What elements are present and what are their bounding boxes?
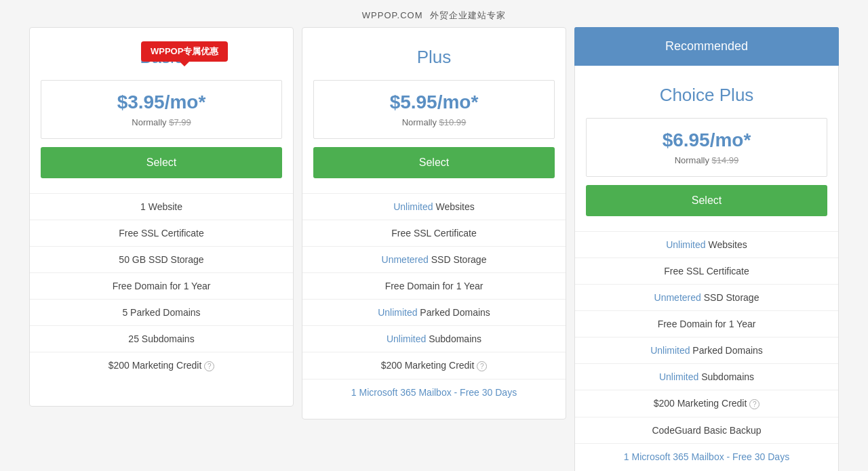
price-normal-plus: Normally $10.99 <box>321 117 547 127</box>
feature-item: Free Domain for 1 Year <box>30 272 293 299</box>
feature-item: Unmetered SSD Storage <box>575 284 838 310</box>
plan-col-basic: WPPOP专属优惠Basic $3.95/mo* Normally $7.99 … <box>29 27 294 407</box>
price-box-basic: $3.95/mo* Normally $7.99 <box>41 80 282 139</box>
feature-item: Unlimited Subdomains <box>575 363 838 390</box>
plan-col-choice-plus: RecommendedChoice Plus $6.95/mo* Normall… <box>574 27 839 471</box>
feature-item: 25 Subdomains <box>30 325 293 352</box>
feature-item: 1 Website <box>30 193 293 220</box>
feature-item: $200 Marketing Credit? <box>302 352 566 379</box>
feature-item: 1 Microsoft 365 Mailbox - Free 30 Days <box>302 379 566 405</box>
plan-title-area-choice-plus: Choice Plus <box>575 66 838 112</box>
price-main-basic: $3.95/mo* <box>48 91 275 113</box>
feature-item: Free Domain for 1 Year <box>302 272 566 299</box>
feature-item: Free Domain for 1 Year <box>575 310 838 337</box>
feature-item: Unlimited Parked Domains <box>302 299 566 325</box>
brand-slogan: 外贸企业建站专家 <box>430 10 506 20</box>
recommended-banner: Recommended <box>574 27 839 66</box>
feature-list-plus: Unlimited WebsitesFree SSL CertificateUn… <box>302 186 566 419</box>
plan-title-plus: Plus <box>309 47 559 68</box>
select-button-plus[interactable]: Select <box>313 147 555 178</box>
feature-item: Unlimited Subdomains <box>302 325 566 352</box>
feature-item: Free SSL Certificate <box>302 220 566 246</box>
top-bar: WPPOP.COM 外贸企业建站专家 <box>0 0 868 27</box>
price-main-choice-plus: $6.95/mo* <box>593 129 820 151</box>
brand-name: WPPOP.COM <box>362 10 423 20</box>
price-box-choice-plus: $6.95/mo* Normally $14.99 <box>586 118 827 177</box>
help-icon-plus-6[interactable]: ? <box>477 361 487 371</box>
price-main-plus: $5.95/mo* <box>321 91 547 113</box>
feature-item: Unlimited Websites <box>302 193 566 220</box>
help-icon-basic-6[interactable]: ? <box>204 361 214 371</box>
feature-item: $200 Marketing Credit? <box>575 390 838 417</box>
feature-list-choice-plus: Unlimited WebsitesFree SSL CertificateUn… <box>575 224 838 471</box>
select-button-basic[interactable]: Select <box>41 147 282 178</box>
price-box-plus: $5.95/mo* Normally $10.99 <box>313 80 555 139</box>
feature-item: 1 Microsoft 365 Mailbox - Free 30 Days <box>575 443 838 470</box>
plan-col-plus: Plus $5.95/mo* Normally $10.99 SelectUnl… <box>302 27 566 419</box>
feature-item: Unmetered SSD Storage <box>302 246 566 272</box>
feature-item: Unlimited Parked Domains <box>575 337 838 363</box>
feature-item: $200 Marketing Credit? <box>30 352 293 379</box>
plan-title-area-plus: Plus <box>302 28 566 75</box>
wppop-badge: WPPOP专属优惠 <box>141 41 228 62</box>
feature-item: 50 GB SSD Storage <box>30 246 293 272</box>
select-button-choice-plus[interactable]: Select <box>586 185 827 216</box>
plans-container: WPPOP专属优惠Basic $3.95/mo* Normally $7.99 … <box>0 27 868 471</box>
price-normal-choice-plus: Normally $14.99 <box>593 155 820 165</box>
feature-list-basic: 1 WebsiteFree SSL Certificate50 GB SSD S… <box>30 186 293 392</box>
feature-item: CodeGuard Basic Backup <box>575 417 838 443</box>
feature-item: 5 Parked Domains <box>30 299 293 325</box>
price-normal-basic: Normally $7.99 <box>48 117 275 127</box>
plan-title-choice-plus: Choice Plus <box>582 85 831 106</box>
feature-item: Unlimited Websites <box>575 231 838 258</box>
feature-item: Free SSL Certificate <box>575 258 838 284</box>
feature-item: Free SSL Certificate <box>30 220 293 246</box>
help-icon-choice-plus-6[interactable]: ? <box>749 399 760 409</box>
plan-title-area-basic: WPPOP专属优惠Basic <box>30 28 293 75</box>
